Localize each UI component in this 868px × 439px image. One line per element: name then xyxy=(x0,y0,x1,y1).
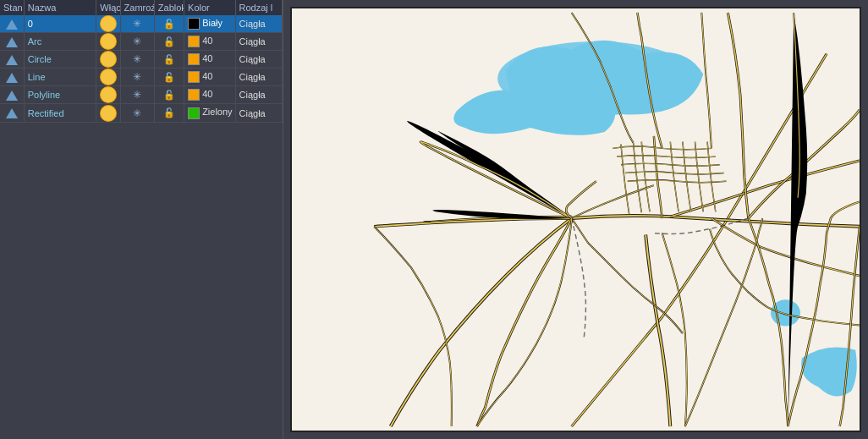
kolor-label: 40 xyxy=(200,89,212,99)
wlacz-cell[interactable] xyxy=(96,69,120,86)
wlacz-cell[interactable] xyxy=(96,51,120,69)
wlacz-cell[interactable] xyxy=(96,104,120,122)
sun-icon xyxy=(102,53,114,65)
zamroz-cell[interactable]: ✳ xyxy=(120,33,154,51)
color-swatch xyxy=(188,53,200,65)
nazwa-cell: Polyline xyxy=(24,86,96,104)
lock-icon: 🔓 xyxy=(163,107,175,119)
zablok-cell[interactable]: 🔓 xyxy=(154,15,184,33)
zamroz-cell[interactable]: ✳ xyxy=(120,104,154,122)
sun-icon xyxy=(102,71,114,83)
snowflake-icon: ✳ xyxy=(131,89,143,101)
triangle-icon xyxy=(6,91,18,101)
stan-cell xyxy=(0,86,24,104)
rodzaj-cell: Ciągła xyxy=(235,104,282,122)
kolor-cell[interactable]: 40 xyxy=(184,86,235,104)
kolor-cell[interactable]: 40 xyxy=(184,69,235,86)
kolor-label: 40 xyxy=(200,71,212,81)
stan-cell xyxy=(0,104,24,122)
kolor-cell[interactable]: 40 xyxy=(184,33,235,51)
zablok-cell[interactable]: 🔓 xyxy=(154,51,184,69)
triangle-icon xyxy=(6,55,18,65)
table-row[interactable]: Circle✳🔓 40Ciągła xyxy=(0,51,283,69)
kolor-label: Biały xyxy=(200,18,222,28)
zamroz-cell[interactable]: ✳ xyxy=(120,51,154,69)
color-swatch xyxy=(188,71,200,83)
snowflake-icon: ✳ xyxy=(131,71,143,83)
table-row[interactable]: Line✳🔓 40Ciągła xyxy=(0,69,283,86)
sun-icon xyxy=(102,36,114,47)
nazwa-cell: Arc xyxy=(24,33,96,51)
zablok-cell[interactable]: 🔓 xyxy=(154,33,184,51)
lock-icon: 🔓 xyxy=(163,53,175,65)
layer-table-body: 0✳🔓 BiałyCiągłaArc✳🔓 40CiągłaCircle✳🔓 40… xyxy=(0,15,283,122)
rodzaj-cell: Ciągła xyxy=(235,69,282,86)
zamroz-cell[interactable]: ✳ xyxy=(120,86,154,104)
stan-cell xyxy=(0,33,24,51)
table-row[interactable]: Arc✳🔓 40Ciągła xyxy=(0,33,283,51)
kolor-cell[interactable]: Biały xyxy=(184,15,235,33)
table-row[interactable]: Rectified✳🔓 ZielonyCiągła xyxy=(0,104,283,122)
color-swatch xyxy=(188,36,200,47)
layer-table: Stan Nazwa Włącz Zamroź Zablok Kolor Rod… xyxy=(0,0,283,123)
col-wlacz: Włącz xyxy=(96,0,120,15)
kolor-label: 40 xyxy=(200,36,212,46)
rodzaj-cell: Ciągła xyxy=(235,33,282,51)
snowflake-icon: ✳ xyxy=(131,36,143,47)
wlacz-cell[interactable] xyxy=(96,15,120,33)
sun-icon xyxy=(102,107,114,119)
color-swatch xyxy=(188,107,200,119)
color-swatch xyxy=(188,89,200,101)
col-nazwa: Nazwa xyxy=(24,0,96,15)
lock-icon: 🔓 xyxy=(163,36,175,47)
stan-cell xyxy=(0,51,24,69)
zamroz-cell[interactable]: ✳ xyxy=(120,69,154,86)
nazwa-cell: Circle xyxy=(24,51,96,69)
wlacz-cell[interactable] xyxy=(96,33,120,51)
lock-icon: 🔓 xyxy=(163,18,175,30)
snowflake-icon: ✳ xyxy=(131,53,143,65)
sun-icon xyxy=(102,18,114,30)
col-zablok: Zablok xyxy=(154,0,184,15)
map-canvas[interactable] xyxy=(290,7,861,432)
col-stan: Stan xyxy=(0,0,24,15)
kolor-label: Zielony xyxy=(200,107,233,117)
col-kolor: Kolor xyxy=(184,0,235,15)
kolor-cell[interactable]: 40 xyxy=(184,51,235,69)
color-swatch xyxy=(188,18,200,30)
stan-cell xyxy=(0,15,24,33)
nazwa-cell: Rectified xyxy=(24,104,96,122)
zablok-cell[interactable]: 🔓 xyxy=(154,86,184,104)
left-panel: Stan Nazwa Włącz Zamroź Zablok Kolor Rod… xyxy=(0,0,283,439)
nazwa-cell: Line xyxy=(24,69,96,86)
map-svg xyxy=(292,8,860,431)
kolor-label: 40 xyxy=(200,53,212,63)
sun-icon xyxy=(102,89,114,101)
col-zamroz: Zamroź xyxy=(120,0,154,15)
zamroz-cell[interactable]: ✳ xyxy=(120,15,154,33)
table-row[interactable]: Polyline✳🔓 40Ciągła xyxy=(0,86,283,104)
stan-cell xyxy=(0,69,24,86)
rodzaj-cell: Ciągła xyxy=(235,51,282,69)
triangle-icon xyxy=(6,73,18,83)
wlacz-cell[interactable] xyxy=(96,86,120,104)
zablok-cell[interactable]: 🔓 xyxy=(154,104,184,122)
kolor-cell[interactable]: Zielony xyxy=(184,104,235,122)
triangle-icon xyxy=(6,19,18,30)
snowflake-icon: ✳ xyxy=(131,18,143,30)
lock-icon: 🔓 xyxy=(163,89,175,101)
lock-icon: 🔓 xyxy=(163,71,175,83)
map-panel xyxy=(283,0,868,439)
nazwa-cell: 0 xyxy=(24,15,96,33)
rodzaj-cell: Ciągła xyxy=(235,86,282,104)
rodzaj-cell: Ciągła xyxy=(235,15,282,33)
col-rodzaj: Rodzaj l xyxy=(235,0,282,15)
snowflake-icon: ✳ xyxy=(131,107,143,119)
triangle-icon xyxy=(6,37,18,47)
table-row[interactable]: 0✳🔓 BiałyCiągła xyxy=(0,15,283,33)
triangle-icon xyxy=(6,108,18,118)
zablok-cell[interactable]: 🔓 xyxy=(154,69,184,86)
